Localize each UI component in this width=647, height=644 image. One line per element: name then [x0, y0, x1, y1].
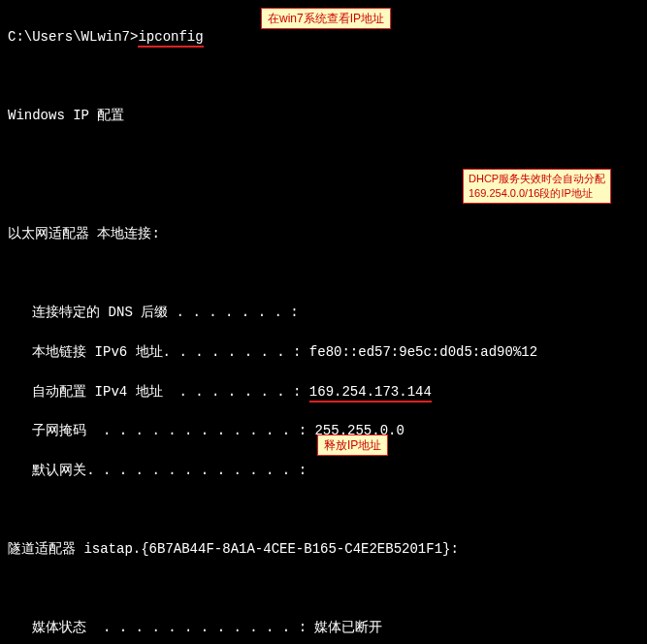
prompt: C:\Users\WLwin7> [8, 29, 138, 45]
annotation-view-ip: 在win7系统查看IP地址 [261, 8, 391, 29]
adapter-ethernet-title: 以太网适配器 本地连接: [8, 224, 639, 243]
eth-ipv6-label: 本地链接 IPv6 地址. . . . . . . . : [8, 344, 309, 360]
eth-ipv4-value: 169.254.173.144 [309, 384, 432, 402]
annotation-dhcp-apipa: DHCP服务失效时会自动分配169.254.0.0/16段的IP地址 [463, 169, 611, 204]
annotation-release-ip: 释放IP地址 [317, 435, 388, 456]
adapter-isatap-title: 隧道适配器 isatap.{6B7AB44F-8A1A-4CEE-B165-C4… [8, 539, 639, 559]
terminal-output: C:\Users\WLwin7>ipconfig Windows IP 配置 以… [8, 8, 639, 644]
header: Windows IP 配置 [8, 106, 639, 125]
eth-default-gateway: 默认网关. . . . . . . . . . . . . : [8, 461, 639, 480]
eth-dns-suffix: 连接特定的 DNS 后缀 . . . . . . . : [8, 303, 639, 322]
eth-ipv4-label: 自动配置 IPv4 地址 . . . . . . . : [8, 384, 309, 400]
command-ipconfig[interactable]: ipconfig [138, 29, 203, 48]
eth-ipv6-value: fe80::ed57:9e5c:d0d5:ad90%12 [309, 344, 537, 360]
isatap-media-state: 媒体状态 . . . . . . . . . . . . : 媒体已断开 [8, 618, 639, 637]
